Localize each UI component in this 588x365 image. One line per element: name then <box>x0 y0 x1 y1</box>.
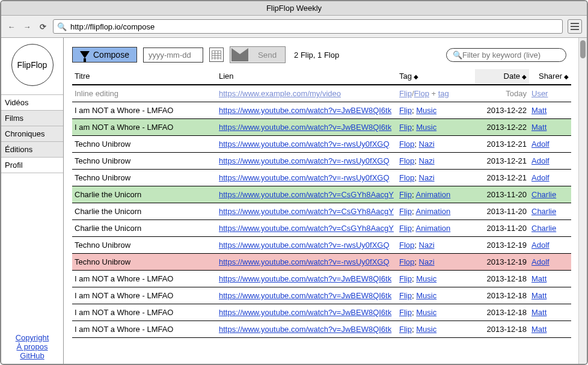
sidebar-item-éditions[interactable]: Éditions <box>1 141 63 157</box>
col-link[interactable]: Lien <box>216 69 397 85</box>
cell-sharer[interactable]: Adolf <box>531 156 550 165</box>
tag-link[interactable]: Nazi <box>419 156 435 165</box>
cell-title[interactable]: Charlie the Unicorn <box>72 220 216 237</box>
cell-link[interactable]: https://www.youtube.com/watch?v=CsGYh8Aa… <box>219 207 394 216</box>
cell-link[interactable]: https://www.youtube.com/watch?v=-rwsUy0f… <box>219 257 390 266</box>
hint-sharer[interactable]: User <box>531 89 548 98</box>
tag-link[interactable]: Flip <box>399 207 412 216</box>
cell-link[interactable]: https://www.youtube.com/watch?v=CsGYh8Aa… <box>219 190 394 199</box>
cell-title[interactable]: Techno Unibrow <box>72 237 216 254</box>
cell-link[interactable]: https://www.youtube.com/watch?v=-rwsUy0f… <box>219 156 390 165</box>
tag-link[interactable]: Flop <box>399 257 414 266</box>
tag-link[interactable]: Music <box>416 291 436 300</box>
cell-sharer[interactable]: Adolf <box>531 257 550 266</box>
calendar-icon[interactable] <box>209 48 224 62</box>
tag-link[interactable]: Animation <box>415 190 450 199</box>
cell-sharer[interactable]: Matt <box>531 274 547 283</box>
sidebar-item-chroniques[interactable]: Chroniques <box>1 126 63 141</box>
cell-link[interactable]: https://www.youtube.com/watch?v=JwBEW8QI… <box>219 291 391 300</box>
footer-link-github[interactable]: GitHub <box>1 351 63 360</box>
tag-link[interactable]: Flip <box>399 190 412 199</box>
cell-title[interactable]: Techno Unibrow <box>72 153 216 170</box>
cell-link[interactable]: https://www.youtube.com/watch?v=-rwsUy0f… <box>219 140 390 149</box>
cell-link[interactable]: https://www.youtube.com/watch?v=JwBEW8QI… <box>219 274 391 283</box>
cell-title[interactable]: Techno Unibrow <box>72 170 216 186</box>
tag-link[interactable]: Flip <box>399 106 412 115</box>
forward-button[interactable]: → <box>22 21 32 32</box>
cell-sharer[interactable]: Matt <box>531 325 547 334</box>
cell-sharer[interactable]: Charlie <box>531 207 556 216</box>
tag-link[interactable]: Flip <box>399 224 412 233</box>
cell-sharer[interactable]: Adolf <box>531 140 550 149</box>
cell-link[interactable]: https://www.youtube.com/watch?v=JwBEW8QI… <box>219 308 391 317</box>
date-input[interactable] <box>143 48 203 63</box>
col-tag[interactable]: Tag◆ <box>397 69 475 85</box>
cell-sharer[interactable]: Adolf <box>531 173 550 182</box>
cell-title[interactable]: I am NOT a Whore - LMFAO <box>72 304 216 321</box>
tag-link[interactable]: Music <box>416 274 436 283</box>
footer-link-copyright[interactable]: Copyright <box>1 333 63 342</box>
cell-title[interactable]: Techno Unibrow <box>72 254 216 271</box>
tag-link[interactable]: Nazi <box>419 241 435 250</box>
cell-title[interactable]: I am NOT a Whore - LMFAO <box>72 102 216 119</box>
tag-link[interactable]: Flop <box>399 156 414 165</box>
cell-link[interactable]: https://www.youtube.com/watch?v=JwBEW8QI… <box>219 325 391 334</box>
cell-title[interactable]: Charlie the Unicorn <box>72 203 216 220</box>
col-date[interactable]: Date◆ <box>475 69 529 85</box>
cell-title[interactable]: I am NOT a Whore - LMFAO <box>72 119 216 136</box>
send-button[interactable]: Send <box>230 46 286 63</box>
tag-link[interactable]: Flip <box>399 123 412 132</box>
cell-sharer[interactable]: Charlie <box>531 224 556 233</box>
cell-title[interactable]: Charlie the Unicorn <box>72 186 216 203</box>
cell-title[interactable]: I am NOT a Whore - LMFAO <box>72 287 216 304</box>
tag-link[interactable]: Music <box>416 325 436 334</box>
back-button[interactable]: ← <box>6 21 17 32</box>
cell-link[interactable]: https://www.youtube.com/watch?v=JwBEW8QI… <box>219 106 391 115</box>
cell-link[interactable]: https://www.youtube.com/watch?v=-rwsUy0f… <box>219 241 390 250</box>
tag-link[interactable]: Music <box>416 106 436 115</box>
hint-tags[interactable]: Flip/Flop + tag <box>397 85 475 102</box>
tag-link[interactable]: Flip <box>399 291 412 300</box>
tag-link[interactable]: Flip <box>399 325 412 334</box>
tag-link[interactable]: Animation <box>415 224 450 233</box>
cell-title[interactable]: Techno Unibrow <box>72 136 216 153</box>
tag-link[interactable]: Nazi <box>419 140 435 149</box>
tag-link[interactable]: Nazi <box>419 173 435 182</box>
col-title[interactable]: Titre <box>72 69 216 85</box>
cell-sharer[interactable]: Matt <box>531 291 547 300</box>
sidebar-item-profil[interactable]: Profil <box>1 157 63 173</box>
cell-link[interactable]: https://www.youtube.com/watch?v=-rwsUy0f… <box>219 173 390 182</box>
col-sharer[interactable]: Sharer◆ <box>529 69 571 85</box>
tag-link[interactable]: Music <box>416 308 436 317</box>
tag-link[interactable]: Nazi <box>419 257 435 266</box>
cell-sharer[interactable]: Adolf <box>531 241 550 250</box>
cell-sharer[interactable]: Matt <box>531 308 547 317</box>
reload-button[interactable]: ⟳ <box>37 21 48 32</box>
tag-link[interactable]: Flip <box>399 308 412 317</box>
cell-title[interactable]: I am NOT a Whore - LMFAO <box>72 271 216 287</box>
compose-button[interactable]: Compose <box>72 47 137 63</box>
scrollbar-thumb[interactable] <box>580 40 586 58</box>
hint-title[interactable]: Inline editing <box>72 85 216 102</box>
cell-sharer[interactable]: Matt <box>531 106 547 115</box>
hint-link[interactable]: https://www.example.com/my/video <box>219 89 341 98</box>
sidebar-item-vidéos[interactable]: Vidéos <box>1 94 63 110</box>
tag-link[interactable]: Music <box>416 123 436 132</box>
sidebar-item-films[interactable]: Films <box>1 110 63 126</box>
scrollbar[interactable] <box>578 38 587 364</box>
tag-link[interactable]: Flip <box>399 274 412 283</box>
tag-link[interactable]: Flop <box>399 140 414 149</box>
cell-link[interactable]: https://www.youtube.com/watch?v=CsGYh8Aa… <box>219 224 394 233</box>
filter-box[interactable]: 🔍 <box>446 48 566 62</box>
tag-link[interactable]: Animation <box>415 207 450 216</box>
cell-sharer[interactable]: Charlie <box>531 190 556 199</box>
menu-button[interactable] <box>568 19 582 34</box>
cell-link[interactable]: https://www.youtube.com/watch?v=JwBEW8QI… <box>219 123 391 132</box>
tag-link[interactable]: Flop <box>399 173 414 182</box>
footer-link-à propos[interactable]: À propos <box>1 342 63 351</box>
url-bar[interactable]: 🔍 http://flipflop.io/compose <box>53 19 563 34</box>
cell-title[interactable]: I am NOT a Whore - LMFAO <box>72 321 216 338</box>
tag-link[interactable]: Flop <box>399 241 414 250</box>
filter-input[interactable] <box>462 51 563 60</box>
cell-sharer[interactable]: Matt <box>531 123 547 132</box>
